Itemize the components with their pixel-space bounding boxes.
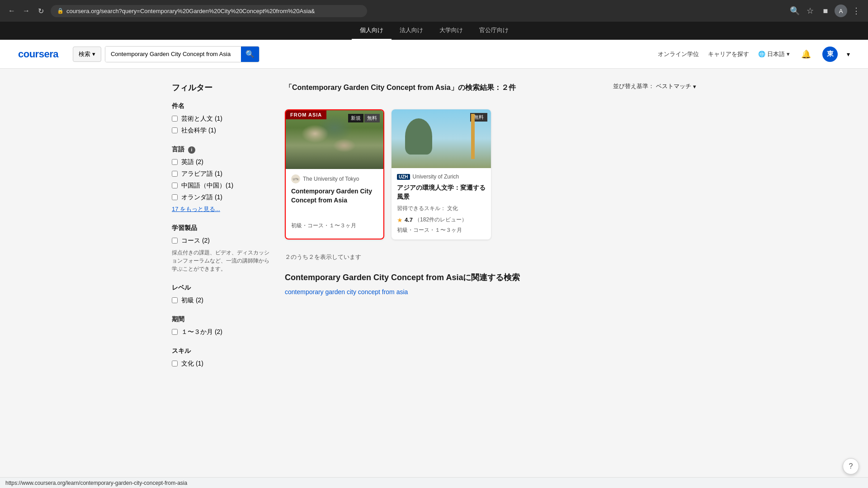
sort-value-button[interactable]: ベストマッチ ▾ [656,82,696,90]
filter-item-arts[interactable]: 芸術と人文 (1) [172,115,271,123]
filter-checkbox-arts[interactable] [172,116,178,122]
filter-checkbox-culture[interactable] [172,361,178,366]
filter-item-social[interactable]: 社会科学 (1) [172,127,271,135]
filter-item-english[interactable]: 英語 (2) [172,158,271,166]
filter-section-duration-title: 期間 [172,315,271,324]
globe-icon: 🌐 [758,51,765,57]
search-browser-icon[interactable]: 🔍 [788,5,801,17]
university-name-2: University of Zurich [413,174,459,180]
filter-section-subject-title: 件名 [172,102,271,110]
extensions-icon[interactable]: ■ [819,5,832,17]
filter-checkbox-beginner[interactable] [172,297,178,303]
filter-section-skill: スキル 文化 (1) [172,347,271,368]
search-dropdown-button[interactable]: 検索 ▾ [73,47,101,62]
career-link[interactable]: キャリアを探す [708,50,749,58]
svg-text:UTk: UTk [293,178,299,181]
nav-item-corporate[interactable]: 法人向け [392,22,431,40]
filter-item-arabic[interactable]: アラビア語 (1) [172,170,271,178]
nav-item-personal[interactable]: 個人向け [352,22,392,40]
star-icon: ★ [397,216,403,224]
bookmark-icon[interactable]: ☆ [804,5,816,17]
filter-checkbox-1-3months[interactable] [172,329,178,335]
address-text: coursera.org/search?query=Contemporary%2… [66,8,315,14]
card-2-body: UZH University of Zurich アジアの環境人文学：変遷する風… [392,168,491,239]
filter-checkbox-chinese[interactable] [172,183,178,188]
filter-checkbox-course[interactable] [172,238,178,244]
bell-icon: 🔔 [801,49,811,59]
language-selector[interactable]: 🌐 日本語 ▾ [758,50,790,58]
card-1-image: FROM ASIA 新規 無料 [286,110,383,169]
filter-label-beginner: 初級 (2) [181,296,203,305]
main-container: フィルター 件名 芸術と人文 (1) 社会科学 (1) 言語 i 英語 (2) [163,69,705,474]
online-degree-link[interactable]: オンライン学位 [658,50,699,58]
browser-chrome: ← → ↻ 🔒 coursera.org/search?query=Contem… [0,0,868,22]
notification-button[interactable]: 🔔 [799,47,813,61]
related-title-query: Contemporary Garden City Concept from As… [285,273,463,282]
filter-item-course[interactable]: コース (2) [172,237,271,245]
filter-section-duration: 期間 １〜３か月 (2) [172,315,271,336]
card-1-body: UTk The University of Tokyo Contemporary… [286,169,383,235]
filter-section-subject: 件名 芸術と人文 (1) 社会科学 (1) [172,102,271,135]
language-label: 日本語 [767,50,785,58]
badge-new: 新規 [348,114,363,122]
related-searches-title: Contemporary Garden City Concept from As… [285,272,696,283]
card-2-meta: 初級・コース・１〜３ヶ月 [397,226,486,234]
info-icon[interactable]: i [188,146,195,154]
menu-icon[interactable]: ⋮ [850,5,863,17]
card-2-image: 無料 [392,109,491,168]
filter-checkbox-arabic[interactable] [172,171,178,177]
user-avatar[interactable]: 東 [822,47,838,62]
filter-item-culture[interactable]: 文化 (1) [172,360,271,368]
filter-checkbox-social[interactable] [172,127,178,133]
language-show-more-link[interactable]: 17 をもっと見る... [172,206,220,212]
filter-label-course: コース (2) [181,237,210,245]
search-dropdown-label: 検索 [79,50,90,58]
user-initial: 東 [827,50,834,58]
related-search-link-1[interactable]: contemporary garden city concept from as… [285,288,408,296]
card-2-title: アジアの環境人文学：変遷する風景 [397,183,486,201]
browser-nav-buttons: ← → ↻ [5,5,47,17]
main-content: 「Contemporary Garden City Concept from A… [285,82,696,461]
university-name-1: The University of Tokyo [303,176,359,182]
lang-chevron-icon: ▾ [787,51,790,57]
filter-checkbox-english[interactable] [172,159,178,165]
search-submit-button[interactable]: 🔍 [241,46,259,62]
skill-label: 習得できるスキル： [397,205,446,211]
course-card-2[interactable]: 無料 UZH University of Zurich アジアの環境人文学：変遷… [392,109,491,239]
sort-label: 並び替え基準： [613,82,654,90]
filter-label-1-3months: １〜３か月 (2) [181,328,222,336]
course-card-1[interactable]: FROM ASIA 新規 無料 UTk The University of To… [285,109,384,239]
filter-item-chinese[interactable]: 中国語（中国）(1) [172,182,271,190]
filter-label-social: 社会科学 (1) [181,127,216,135]
top-navigation: 個人向け 法人向け 大学向け 官公庁向け [0,22,868,40]
nav-item-university[interactable]: 大学向け [431,22,471,40]
browser-user-avatar[interactable]: A [835,5,847,17]
results-display-count: ２のうち２を表示しています [285,253,696,261]
search-container: 検索 ▾ 🔍 [73,46,259,62]
search-results-header: 「Contemporary Garden City Concept from A… [285,82,516,93]
from-asia-banner: FROM ASIA [286,110,326,119]
address-bar[interactable]: 🔒 coursera.org/search?query=Contemporary… [51,5,367,17]
logo[interactable]: coursera [18,48,58,60]
filter-section-level-title: レベル [172,284,271,292]
reload-button[interactable]: ↻ [34,5,47,17]
nav-item-government[interactable]: 官公庁向け [471,22,517,40]
help-button[interactable]: ? [843,458,859,474]
related-searches-section: Contemporary Garden City Concept from As… [285,272,696,296]
chevron-down-icon: ▾ [92,51,95,57]
search-input[interactable] [105,47,241,62]
filter-label-chinese: 中国語（中国）(1) [181,182,233,190]
filter-section-skill-title: スキル [172,347,271,355]
filter-checkbox-dutch[interactable] [172,194,178,200]
skill-value: 文化 [447,205,458,211]
filter-item-beginner[interactable]: 初級 (2) [172,296,271,305]
filter-item-dutch[interactable]: オランダ語 (1) [172,193,271,202]
sort-value-text: ベストマッチ [656,82,691,90]
card-2-skill: 習得できるスキル： 文化 [397,205,486,212]
back-button[interactable]: ← [5,5,18,17]
filter-item-1-3months[interactable]: １〜３か月 (2) [172,328,271,336]
user-menu-chevron[interactable]: ▾ [847,51,850,58]
card-1-title: Contemporary Garden City Concept from As… [291,187,378,205]
filter-label-culture: 文化 (1) [181,360,203,368]
forward-button[interactable]: → [20,5,33,17]
